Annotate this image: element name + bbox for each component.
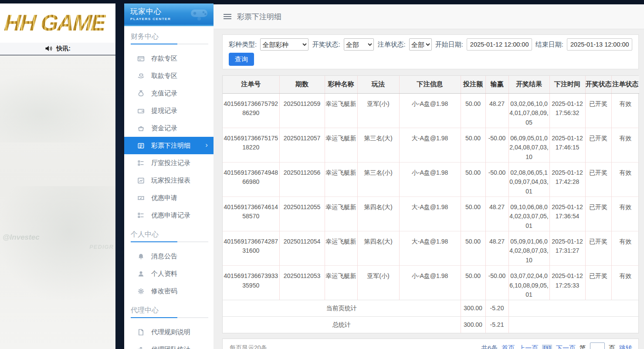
sidebar-item-lottery-bet-detail[interactable]: 彩票下注明细 › <box>124 137 214 154</box>
total-summary-winloss: -5.21 <box>485 316 508 333</box>
col-amount: 投注额 <box>461 76 485 93</box>
cell-winloss: 48.27 <box>485 93 508 128</box>
sidebar-item-promo-apply[interactable]: 优惠申请 <box>124 189 214 207</box>
start-date-label: 开始日期: <box>435 41 463 49</box>
current-page-indicator: [1] <box>542 345 552 349</box>
sidebar-item-withdraw-record[interactable]: 提现记录 <box>124 102 214 119</box>
cell-winloss: 48.27 <box>485 231 508 265</box>
sidebar-item-label: 优惠申请记录 <box>151 211 190 220</box>
sidebar-item-agent-team-stats[interactable]: 代理团队统计 <box>124 341 214 349</box>
cell-order-status: 有效 <box>611 93 639 128</box>
gear-icon <box>137 288 145 295</box>
cell-time: 2025-01-12 17:46:15 <box>549 128 585 162</box>
sidebar-item-promo-record[interactable]: 优惠申请记录 <box>124 207 214 224</box>
end-date-label: 结束日期: <box>536 41 563 49</box>
sidebar-header: 玩家中心 PLAYERS CENTER <box>124 3 214 26</box>
prev-page-link[interactable]: 上一页 <box>519 344 538 349</box>
cell-winloss: 48.27 <box>485 197 508 231</box>
jump-button[interactable]: 跳转 <box>619 344 632 349</box>
cell-time: 2025-01-12 17:36:54 <box>549 197 585 231</box>
sidebar-item-hall-bet-record[interactable]: 厅室投注记录 <box>124 154 214 172</box>
pagination-bar: 每页显示20条 共6条 首页 上一页 [1] 下一页 第 页 跳转 <box>222 339 639 349</box>
cell-bet-info: 小-A盘@1.98 <box>399 93 461 128</box>
main-content: 彩票下注明细 彩种类型: 全部彩种 开奖状态: 全部 注单状态: 全部 开始日期… <box>214 4 644 349</box>
bet-detail-table-card: 注单号 期数 彩种名称 玩法 下注信息 投注额 输赢 开奖结果 下注时间 开奖状… <box>222 75 639 333</box>
cell-lottery: 幸运飞艇新 <box>325 162 357 197</box>
page-summary-row: 当前页统计 300.00 -5.20 <box>223 300 639 316</box>
cell-amount: 50.00 <box>461 231 485 265</box>
col-winloss: 输赢 <box>485 76 508 93</box>
hamburger-menu-icon[interactable] <box>224 14 231 19</box>
sidebar-item-label: 厅室投注记录 <box>151 159 190 167</box>
sidebar-item-label: 存款专区 <box>151 54 177 63</box>
cell-order-no: 401569173667461458570 <box>223 197 279 231</box>
logo-band: HH GAME <box>0 3 115 43</box>
draw-status-label: 开奖状态: <box>312 41 340 49</box>
cell-amount: 50.00 <box>461 265 485 300</box>
finance-menu: 存款专区 取款专区 充值记录 提现记录 资金记录 彩票下注明细 › 厅室投注记录 <box>124 45 214 224</box>
cell-draw-status: 已开奖 <box>585 265 611 300</box>
section-title-personal: 个人中心 <box>124 224 214 241</box>
deposit-card-icon <box>137 55 145 62</box>
draw-status-select[interactable]: 全部 <box>344 38 374 51</box>
sidebar-item-messages[interactable]: 消息公告 <box>124 247 214 265</box>
cell-bet-info: 大-A盘@1.98 <box>399 231 461 265</box>
cell-draw-status: 已开奖 <box>585 128 611 162</box>
sidebar-item-deposit-zone[interactable]: 存款专区 <box>124 50 214 67</box>
table-row: 401569173667517518220 20250112057 幸运飞艇新 … <box>223 128 639 162</box>
sidebar-item-change-password[interactable]: 修改密码 <box>124 282 214 300</box>
cell-order-no: 401569173667393335950 <box>223 265 279 300</box>
cell-lottery: 幸运飞艇新 <box>325 231 357 265</box>
order-status-select[interactable]: 全部 <box>409 38 432 51</box>
start-date-input[interactable] <box>467 38 532 51</box>
table-row: 401569173667461458570 20250112055 幸运飞艇新 … <box>223 197 639 231</box>
col-order-no: 注单号 <box>223 76 279 93</box>
sidebar-item-withdraw-zone[interactable]: 取款专区 <box>124 67 214 85</box>
search-button[interactable]: 查询 <box>229 53 254 66</box>
table-header-row: 注单号 期数 彩种名称 玩法 下注信息 投注额 输赢 开奖结果 下注时间 开奖状… <box>223 76 639 93</box>
page-summary-label: 当前页统计 <box>223 300 461 316</box>
stadium-watermark-investec: @Investec <box>3 233 40 242</box>
section-divider <box>131 317 208 318</box>
team-stats-icon <box>137 346 145 349</box>
cell-amount: 50.00 <box>461 162 485 197</box>
cell-period: 20250112056 <box>279 162 325 197</box>
cell-result: 09,10,06,08,04,02,03,07,05,01 <box>508 197 549 231</box>
cell-lottery: 幸运飞艇新 <box>325 265 357 300</box>
section-divider <box>131 241 208 242</box>
col-lottery: 彩种名称 <box>325 76 357 93</box>
gamepad-icon <box>189 7 209 24</box>
section-title-agent: 代理中心 <box>124 300 214 317</box>
cell-period: 20250112055 <box>279 197 325 231</box>
bell-icon <box>137 253 145 260</box>
lottery-type-select[interactable]: 全部彩种 <box>260 38 308 51</box>
brand-logo: HH GAME <box>3 10 106 36</box>
sidebar-item-funds-record[interactable]: 资金记录 <box>124 119 214 137</box>
cell-winloss: -50.00 <box>485 162 508 197</box>
end-date-input[interactable] <box>567 38 632 51</box>
sidebar-item-recharge-record[interactable]: 充值记录 <box>124 85 214 102</box>
cell-bet-info: 小-A盘@1.98 <box>399 265 461 300</box>
first-page-link[interactable]: 首页 <box>502 344 515 349</box>
cell-draw-status: 已开奖 <box>585 231 611 265</box>
sidebar-item-label: 优惠申请 <box>151 194 177 202</box>
jump-page-input[interactable] <box>590 342 605 349</box>
section-divider <box>131 44 208 44</box>
list-check-icon <box>137 212 145 219</box>
sidebar-item-label: 资金记录 <box>151 124 177 132</box>
page-summary-winloss: -5.20 <box>485 300 508 316</box>
cell-time: 2025-01-12 17:25:33 <box>549 265 585 300</box>
cell-amount: 50.00 <box>461 197 485 231</box>
cell-bet-info: 小-A盘@1.98 <box>399 162 461 197</box>
cell-draw-status: 已开奖 <box>585 197 611 231</box>
person-icon <box>137 270 145 278</box>
cell-draw-status: 已开奖 <box>585 162 611 197</box>
next-page-link[interactable]: 下一页 <box>556 344 576 349</box>
order-status-label: 注单状态: <box>377 41 405 49</box>
cell-order-no: 401569173667517518220 <box>223 128 279 162</box>
sidebar-item-profile[interactable]: 个人资料 <box>124 265 214 282</box>
sidebar-item-player-bet-report[interactable]: 玩家投注报表 <box>124 172 214 189</box>
sidebar-item-agent-rules[interactable]: 代理规则说明 <box>124 323 214 341</box>
cell-winloss: -50.00 <box>485 265 508 300</box>
cell-result: 06,09,05,01,02,04,08,07,03,10 <box>508 128 549 162</box>
